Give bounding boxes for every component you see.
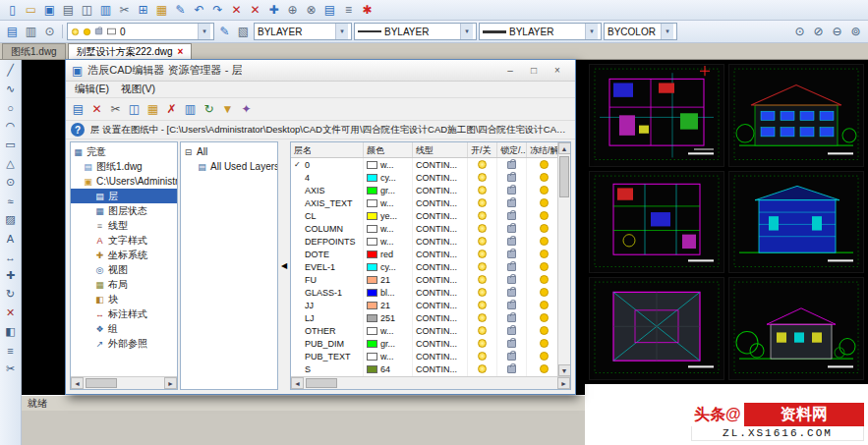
freeze-sun-icon[interactable] bbox=[540, 313, 549, 322]
on-off-bulb-icon[interactable] bbox=[478, 186, 487, 195]
freeze-sun-icon[interactable] bbox=[540, 275, 549, 284]
table-vertical-scrollbar[interactable]: ▲ ▼ bbox=[557, 142, 570, 376]
scroll-right-icon[interactable]: ► bbox=[557, 377, 570, 389]
filter-tree-item[interactable]: ▤ All Used Layers bbox=[181, 159, 277, 174]
layer-row[interactable]: 4 cy... CONTIN... bbox=[291, 171, 557, 184]
on-off-bulb-icon[interactable] bbox=[478, 301, 487, 309]
polyline-tool-icon[interactable]: ∿ bbox=[3, 82, 19, 96]
layer-states-icon[interactable]: ▥ bbox=[23, 24, 39, 39]
open-file-icon[interactable]: ▭ bbox=[23, 2, 39, 18]
layer-linetype-cell[interactable]: CONTIN... bbox=[413, 337, 468, 350]
on-off-bulb-icon[interactable] bbox=[478, 250, 487, 258]
tree-item[interactable]: ✚ 坐标系统 bbox=[71, 248, 177, 262]
offset-tool-icon[interactable]: ≡ bbox=[3, 343, 19, 358]
close-button[interactable]: × bbox=[546, 63, 569, 79]
color-control-combo[interactable]: BYLAYER ▾ bbox=[254, 23, 352, 40]
layer-color-cell[interactable]: w... bbox=[364, 222, 413, 235]
tree-item[interactable]: ◧ 块 bbox=[71, 292, 177, 306]
on-off-bulb-icon[interactable] bbox=[478, 313, 487, 322]
spline-tool-icon[interactable]: ≈ bbox=[3, 194, 19, 208]
freeze-sun-icon[interactable] bbox=[540, 237, 549, 246]
layer-color-cell[interactable]: cy... bbox=[364, 171, 413, 184]
on-off-bulb-icon[interactable] bbox=[478, 173, 487, 182]
lock-icon[interactable] bbox=[507, 187, 516, 195]
layer-row[interactable]: ✓0 w... CONTIN... bbox=[291, 158, 557, 171]
lock-icon[interactable] bbox=[507, 276, 516, 284]
table-horizontal-scrollbar[interactable]: ◄ ► bbox=[291, 376, 570, 389]
layer-linetype-cell[interactable]: CONTIN... bbox=[413, 158, 468, 171]
isolate-objects-icon[interactable]: ⊙ bbox=[791, 24, 808, 39]
layer-row[interactable]: PUB_TEXT w... CONTIN... bbox=[291, 350, 557, 362]
scrollbar-thumb[interactable] bbox=[86, 378, 117, 388]
layer-row[interactable]: LJ 251 CONTIN... bbox=[291, 311, 557, 324]
layer-row[interactable]: JJ 21 CONTIN... bbox=[291, 299, 557, 311]
layer-row[interactable]: DOTE red CONTIN... bbox=[291, 248, 557, 260]
lock-icon[interactable] bbox=[507, 225, 516, 233]
scroll-down-icon[interactable]: ▼ bbox=[558, 364, 571, 376]
layer-linetype-cell[interactable]: CONTIN... bbox=[413, 260, 468, 273]
help-icon[interactable]: ? bbox=[71, 123, 85, 137]
layer-color-cell[interactable]: bl... bbox=[364, 286, 413, 299]
scroll-left-icon[interactable]: ◄ bbox=[291, 377, 304, 389]
layer-color-cell[interactable]: gr... bbox=[364, 184, 413, 196]
publish-icon[interactable]: ▥ bbox=[97, 2, 114, 18]
freeze-sun-icon[interactable] bbox=[540, 364, 549, 373]
layers-icon[interactable]: ▤ bbox=[321, 2, 338, 18]
polygon-tool-icon[interactable]: △ bbox=[3, 156, 19, 171]
properties-icon[interactable]: ≡ bbox=[340, 2, 357, 18]
lock-icon[interactable] bbox=[507, 238, 516, 246]
scroll-up-icon[interactable]: ▲ bbox=[558, 142, 571, 154]
delete-layer-icon[interactable]: ✕ bbox=[88, 101, 105, 117]
column-header-name[interactable]: 层名 bbox=[291, 142, 364, 157]
lineweight-control-combo[interactable]: BYLAYER ▾ bbox=[479, 23, 602, 40]
layer-linetype-cell[interactable]: CONTIN... bbox=[413, 350, 468, 362]
text-tool-icon[interactable]: A bbox=[3, 231, 19, 246]
layer-walk-icon[interactable]: ▧ bbox=[235, 24, 252, 39]
layer-linetype-cell[interactable]: CONTIN... bbox=[413, 235, 468, 248]
layer-linetype-cell[interactable]: CONTIN... bbox=[413, 209, 468, 222]
freeze-sun-icon[interactable] bbox=[540, 339, 549, 348]
chevron-down-icon[interactable]: ▾ bbox=[661, 24, 673, 39]
column-header-on-off[interactable]: 开/关 bbox=[468, 142, 497, 157]
tree-item[interactable]: ≡ 线型 bbox=[71, 218, 177, 233]
on-off-bulb-icon[interactable] bbox=[478, 326, 487, 335]
purge-icon[interactable]: ▥ bbox=[182, 101, 199, 117]
layer-color-cell[interactable]: red bbox=[364, 248, 413, 260]
tree-item[interactable]: ▤ 层 bbox=[71, 189, 177, 203]
lock-icon[interactable] bbox=[507, 365, 516, 373]
layer-color-cell[interactable]: w... bbox=[364, 196, 413, 209]
plotstyle-control-combo[interactable]: BYCOLOR ▾ bbox=[604, 23, 677, 40]
on-off-bulb-icon[interactable] bbox=[478, 288, 487, 297]
layer-linetype-cell[interactable]: CONTIN... bbox=[413, 184, 468, 196]
remove-objects-icon[interactable]: ⊖ bbox=[829, 24, 845, 39]
lock-icon[interactable] bbox=[507, 199, 516, 207]
hide-objects-icon[interactable]: ⊘ bbox=[810, 24, 827, 39]
layer-combo[interactable]: 0 ▾ bbox=[67, 23, 214, 40]
on-off-bulb-icon[interactable] bbox=[478, 262, 487, 271]
freeze-sun-icon[interactable] bbox=[540, 262, 549, 271]
zoom-in-icon[interactable]: ⊕ bbox=[284, 2, 301, 18]
undo-icon[interactable]: ↶ bbox=[191, 2, 207, 18]
tree-horizontal-scrollbar[interactable]: ◄ ► bbox=[71, 376, 177, 389]
dialog-title-bar[interactable]: ▣ 浩辰CAD编辑器 资源管理器 - 层 – □ × bbox=[66, 60, 575, 82]
drawing-viewport-grid[interactable] bbox=[585, 60, 868, 384]
freeze-sun-icon[interactable] bbox=[540, 250, 549, 258]
scroll-right-icon[interactable]: ► bbox=[164, 377, 177, 389]
scrollbar-thumb[interactable] bbox=[559, 156, 569, 197]
layer-properties-icon[interactable]: ▤ bbox=[4, 24, 21, 39]
new-layer-icon[interactable]: ▤ bbox=[70, 101, 87, 117]
lock-icon[interactable] bbox=[507, 302, 516, 309]
new-file-icon[interactable]: ▯ bbox=[4, 2, 21, 18]
lock-icon[interactable] bbox=[507, 327, 516, 335]
layer-linetype-cell[interactable]: CONTIN... bbox=[413, 286, 468, 299]
freeze-sun-icon[interactable] bbox=[540, 288, 549, 297]
layer-color-cell[interactable]: w... bbox=[364, 350, 413, 362]
freeze-sun-icon[interactable] bbox=[540, 173, 549, 182]
layer-linetype-cell[interactable]: CONTIN... bbox=[413, 362, 468, 375]
circle-tool-icon[interactable]: ○ bbox=[3, 100, 19, 115]
column-header-freeze[interactable]: 冻结/解冻 bbox=[527, 142, 561, 157]
on-off-bulb-icon[interactable] bbox=[478, 198, 487, 207]
on-off-bulb-icon[interactable] bbox=[478, 237, 487, 246]
lock-icon[interactable] bbox=[507, 353, 516, 361]
layer-linetype-cell[interactable]: CONTIN... bbox=[413, 196, 468, 209]
